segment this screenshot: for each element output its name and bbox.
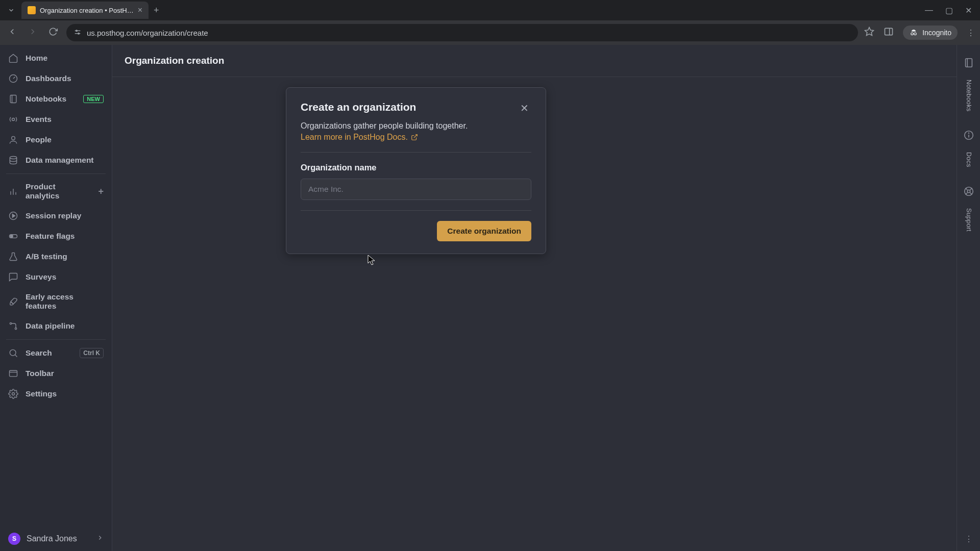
search-shortcut: Ctrl K [80, 348, 104, 358]
sidebar-item-label: Session replay [26, 211, 81, 220]
sidebar-item-notebooks[interactable]: Notebooks NEW [0, 89, 112, 109]
site-settings-icon[interactable] [74, 28, 82, 38]
minimize-button[interactable]: — [925, 6, 933, 15]
forward-button[interactable] [26, 27, 40, 39]
org-name-input[interactable] [301, 179, 531, 200]
card-title: Create an organization [301, 101, 416, 113]
svg-marker-4 [865, 28, 874, 36]
sidebar-item-settings[interactable]: Settings [0, 384, 112, 404]
main-content: Organization creation Create an organiza… [112, 45, 957, 551]
tab-search-dropdown[interactable] [4, 3, 18, 17]
mouse-cursor [368, 255, 376, 268]
sidebar-item-label: Toolbar [26, 369, 54, 378]
sidebar-item-label: People [26, 135, 52, 144]
search-icon [8, 348, 18, 358]
tab-bar: Organization creation • PostH… × + — ▢ ✕ [0, 0, 980, 20]
flask-icon [8, 252, 18, 262]
sidebar-item-data-management[interactable]: Data management [0, 150, 112, 170]
new-tab-button[interactable]: + [154, 5, 159, 16]
external-link-icon [411, 134, 418, 141]
info-icon[interactable] [963, 130, 974, 141]
user-name: Sandra Jones [27, 534, 77, 543]
svg-point-14 [12, 136, 15, 140]
docs-link[interactable]: Learn more in PostHog Docs. [301, 133, 418, 142]
svg-line-30 [414, 135, 417, 138]
gear-icon [8, 389, 18, 399]
sidebar-item-label: Search [26, 348, 52, 358]
svg-point-7 [911, 33, 914, 35]
avatar: S [8, 533, 20, 545]
sidebar-item-feature-flags[interactable]: Feature flags [0, 226, 112, 246]
favicon-icon [28, 6, 36, 14]
rail-notebooks[interactable]: Notebooks [965, 80, 972, 111]
sidebar-item-label: Feature flags [26, 232, 75, 241]
sidebar-item-label: Surveys [26, 272, 56, 282]
new-badge: NEW [83, 95, 104, 103]
notebook-panel-icon[interactable] [963, 57, 974, 68]
svg-point-29 [12, 393, 15, 395]
create-organization-card: Create an organization ✕ Organizations g… [286, 87, 546, 254]
sidebar-item-product-analytics[interactable]: Product analytics + [0, 177, 112, 206]
sidebar-item-data-pipeline[interactable]: Data pipeline [0, 316, 112, 336]
sidebar-item-label: Events [26, 115, 52, 124]
sidebar-item-events[interactable]: Events [0, 109, 112, 130]
svg-rect-31 [965, 59, 972, 67]
incognito-label: Incognito [922, 29, 951, 37]
svg-line-27 [15, 355, 17, 357]
create-organization-button[interactable]: Create organization [437, 221, 531, 241]
svg-point-25 [15, 328, 16, 329]
gauge-icon [8, 73, 18, 84]
tab-close-button[interactable]: × [138, 6, 142, 15]
user-menu[interactable]: S Sandra Jones [0, 527, 112, 551]
sidebar-item-toolbar[interactable]: Toolbar [0, 363, 112, 384]
url-field[interactable]: us.posthog.com/organization/create [66, 24, 858, 41]
side-panel-button[interactable] [884, 27, 894, 39]
add-insight-button[interactable]: + [98, 186, 104, 197]
svg-point-26 [10, 349, 16, 356]
sidebar-item-early-access[interactable]: Early access features [0, 287, 112, 316]
svg-rect-28 [10, 370, 17, 377]
incognito-badge[interactable]: Incognito [903, 26, 958, 40]
svg-point-22 [10, 235, 13, 238]
sidebar-item-label: Data pipeline [26, 321, 75, 331]
sidebar-item-home[interactable]: Home [0, 48, 112, 68]
tab-title: Organization creation • PostH… [40, 7, 134, 14]
svg-point-15 [10, 157, 16, 159]
reload-button[interactable] [46, 27, 60, 39]
page-title: Organization creation [112, 45, 957, 77]
window-controls: — ▢ ✕ [925, 6, 980, 15]
back-button[interactable] [5, 27, 19, 39]
home-icon [8, 53, 18, 63]
browser-menu-button[interactable]: ⋮ [967, 28, 975, 38]
sidebar-item-label: Settings [26, 389, 57, 398]
address-bar: us.posthog.com/organization/create Incog… [0, 20, 980, 45]
divider [301, 152, 531, 153]
sidebar-item-label: Early access features [26, 292, 104, 311]
chevron-right-icon [96, 534, 104, 543]
sidebar-item-session-replay[interactable]: Session replay [0, 206, 112, 226]
close-card-button[interactable]: ✕ [517, 101, 531, 115]
rail-docs[interactable]: Docs [965, 152, 972, 167]
sidebar-item-people[interactable]: People [0, 130, 112, 150]
browser-tab[interactable]: Organization creation • PostH… × [21, 2, 149, 19]
toggle-icon [8, 231, 18, 241]
docs-link-text: Learn more in PostHog Docs. [301, 133, 408, 142]
sidebar-item-search[interactable]: Search Ctrl K [0, 343, 112, 363]
rail-more-button[interactable]: ⋮ [965, 534, 973, 544]
right-rail: Notebooks Docs Support ⋮ [957, 45, 980, 551]
rocket-icon [8, 296, 18, 307]
sidebar-item-surveys[interactable]: Surveys [0, 267, 112, 287]
sidebar-item-ab-testing[interactable]: A/B testing [0, 246, 112, 267]
play-circle-icon [8, 211, 18, 221]
rail-support[interactable]: Support [965, 208, 972, 232]
people-icon [8, 135, 18, 145]
sidebar-item-dashboards[interactable]: Dashboards [0, 68, 112, 89]
maximize-button[interactable]: ▢ [945, 6, 953, 15]
org-name-label: Organization name [301, 163, 531, 172]
sidebar-divider [6, 339, 106, 340]
close-window-button[interactable]: ✕ [965, 6, 972, 15]
bookmark-button[interactable] [864, 27, 874, 39]
sidebar-item-label: Dashboards [26, 74, 71, 83]
svg-rect-5 [885, 28, 893, 35]
support-icon[interactable] [963, 186, 974, 197]
